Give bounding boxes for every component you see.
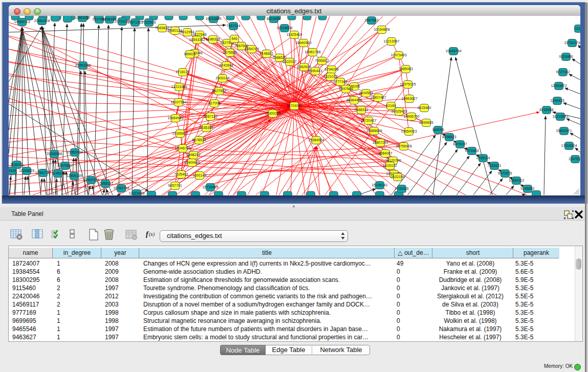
svg-text:6899695: 6899695: [419, 121, 433, 124]
svg-text:10671355: 10671355: [127, 20, 143, 24]
svg-text:10958117: 10958117: [98, 182, 114, 185]
svg-text:8427552: 8427552: [212, 89, 226, 93]
svg-text:16782759: 16782759: [113, 186, 129, 190]
svg-text:10961758: 10961758: [304, 50, 320, 54]
svg-text:546: 546: [231, 37, 237, 40]
svg-text:8990443: 8990443: [308, 69, 322, 73]
svg-text:12342737: 12342737: [35, 171, 51, 174]
svg-text:17957253: 17957253: [83, 178, 99, 182]
svg-text:(x): (x): [149, 231, 155, 237]
svg-text:1167533: 1167533: [569, 157, 580, 161]
svg-text:19654923: 19654923: [401, 129, 417, 133]
svg-text:18640910: 18640910: [295, 41, 311, 45]
svg-text:2935114: 2935114: [476, 156, 490, 160]
svg-text:7625402: 7625402: [174, 172, 188, 176]
svg-text:8471676: 8471676: [498, 171, 512, 175]
svg-text:16107554: 16107554: [170, 100, 186, 104]
svg-text:3498222: 3498222: [186, 153, 200, 157]
svg-text:20364436: 20364436: [346, 98, 362, 102]
svg-text:114519: 114519: [52, 171, 64, 175]
svg-text:15720407: 15720407: [360, 119, 376, 122]
svg-text:12505135: 12505135: [66, 174, 82, 178]
svg-text:7588520: 7588520: [272, 56, 286, 59]
svg-text:10807487: 10807487: [370, 96, 386, 99]
svg-text:19218506: 19218506: [276, 26, 292, 30]
svg-text:18807249: 18807249: [372, 141, 388, 144]
svg-text:8186328: 8186328: [206, 37, 220, 41]
svg-text:1615132: 1615132: [383, 164, 397, 167]
svg-text:9329966: 9329966: [559, 55, 573, 58]
svg-text:1244415: 1244415: [550, 99, 564, 102]
svg-text:16543362: 16543362: [189, 38, 205, 41]
svg-text:7632621: 7632621: [487, 164, 501, 167]
svg-text:11156829: 11156829: [19, 169, 34, 172]
svg-text:7663822: 7663822: [155, 26, 169, 30]
svg-text:1621072: 1621072: [323, 75, 337, 78]
svg-text:1117: 1117: [575, 27, 580, 30]
svg-text:16409948: 16409948: [184, 161, 200, 164]
svg-text:9115460: 9115460: [418, 106, 431, 110]
svg-text:10973493: 10973493: [390, 53, 406, 57]
svg-text:9474444: 9474444: [465, 149, 478, 152]
svg-text:19384554: 19384554: [308, 138, 324, 142]
svg-text:12213369: 12213369: [171, 85, 187, 89]
svg-text:17359934: 17359934: [67, 150, 82, 154]
svg-text:20053346: 20053346: [75, 63, 91, 67]
svg-text:7955812: 7955812: [315, 59, 329, 62]
svg-text:2803144: 2803144: [215, 76, 229, 80]
svg-text:19654943: 19654943: [167, 116, 183, 120]
svg-text:18300295: 18300295: [265, 112, 280, 115]
svg-text:10154808: 10154808: [374, 28, 389, 31]
svg-text:7485063: 7485063: [399, 67, 412, 71]
svg-text:8938923: 8938923: [442, 135, 456, 139]
svg-text:20691406: 20691406: [34, 19, 50, 23]
svg-text:1335359: 1335359: [199, 126, 213, 129]
svg-text:18724007: 18724007: [286, 104, 302, 107]
svg-text:15716485: 15716485: [202, 185, 218, 189]
svg-text:989621: 989621: [184, 52, 195, 56]
svg-text:417006: 417006: [208, 101, 220, 105]
svg-text:39159: 39159: [9, 169, 17, 172]
svg-text:9457791: 9457791: [168, 184, 182, 187]
svg-text:12213967: 12213967: [383, 39, 399, 43]
svg-text:15136141: 15136141: [372, 183, 387, 187]
svg-text:1135011: 1135011: [10, 163, 24, 166]
svg-text:16210643: 16210643: [552, 115, 568, 118]
svg-text:8215958: 8215958: [539, 108, 553, 112]
svg-text:9227342: 9227342: [556, 70, 570, 74]
svg-text:1733426: 1733426: [395, 187, 408, 190]
svg-text:7868312: 7868312: [354, 108, 368, 112]
svg-text:11325419: 11325419: [287, 33, 302, 36]
svg-text:15692971: 15692971: [556, 129, 572, 133]
svg-text:10756928: 10756928: [396, 144, 411, 148]
svg-text:7515526: 7515526: [142, 20, 156, 24]
svg-text:10975867: 10975867: [57, 164, 73, 167]
svg-text:10653257: 10653257: [74, 16, 90, 19]
svg-text:3824554: 3824554: [359, 91, 373, 95]
svg-text:2087682: 2087682: [364, 18, 378, 22]
svg-text:164095: 164095: [432, 128, 444, 132]
svg-text:7357224: 7357224: [226, 24, 240, 28]
svg-text:15751074: 15751074: [564, 41, 580, 45]
svg-text:19166827: 19166827: [172, 132, 188, 135]
svg-text:10688609: 10688609: [366, 129, 382, 133]
svg-text:2718176: 2718176: [176, 70, 189, 74]
svg-text:16046738: 16046738: [175, 146, 190, 150]
svg-text:9777169: 9777169: [333, 80, 347, 83]
svg-text:9084067: 9084067: [378, 151, 392, 155]
svg-text:14055713: 14055713: [14, 20, 30, 24]
svg-text:9245652: 9245652: [520, 187, 534, 190]
svg-text:5322037: 5322037: [282, 60, 296, 63]
svg-text:10463627: 10463627: [401, 97, 417, 100]
svg-text:12975125: 12975125: [400, 82, 416, 86]
svg-text:2522154: 2522154: [390, 175, 404, 179]
svg-text:16033809: 16033809: [205, 17, 221, 20]
svg-text:1691144: 1691144: [193, 173, 207, 177]
svg-text:6794028: 6794028: [324, 68, 338, 71]
svg-text:3875685: 3875685: [223, 51, 236, 54]
svg-text:12323446: 12323446: [128, 191, 144, 195]
svg-text:3267110: 3267110: [204, 115, 217, 118]
svg-text:1362635: 1362635: [297, 65, 311, 69]
svg-text:20206536: 20206536: [46, 152, 62, 156]
svg-text:17016504: 17016504: [561, 144, 577, 147]
